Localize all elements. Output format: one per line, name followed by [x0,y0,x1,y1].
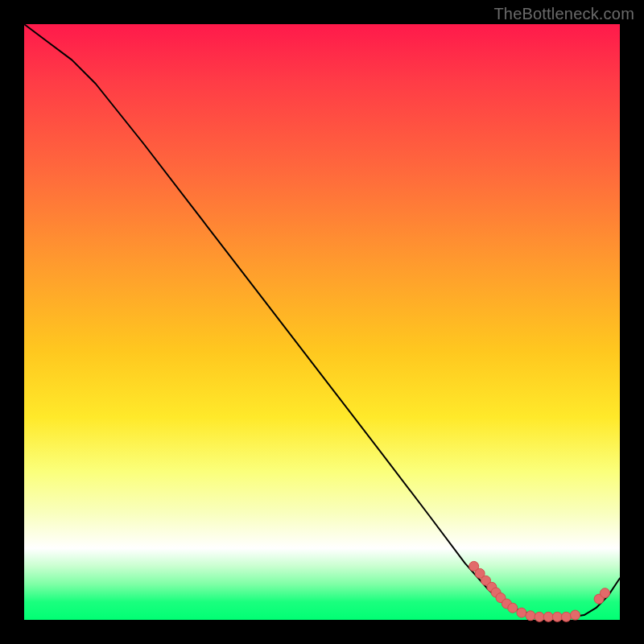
data-marker [571,610,580,620]
data-marker [535,612,544,621]
data-marker [517,608,526,617]
bottleneck-curve-path [24,24,620,617]
data-marker [552,612,562,621]
plot-area [24,24,620,620]
data-marker [561,612,571,621]
watermark-text: TheBottleneck.com [493,5,634,23]
chart-svg [24,24,620,620]
chart-frame: TheBottleneck.com [0,0,644,644]
data-marker [526,611,535,621]
data-marker [508,603,518,613]
data-marker [543,612,553,621]
data-marker [601,588,610,598]
